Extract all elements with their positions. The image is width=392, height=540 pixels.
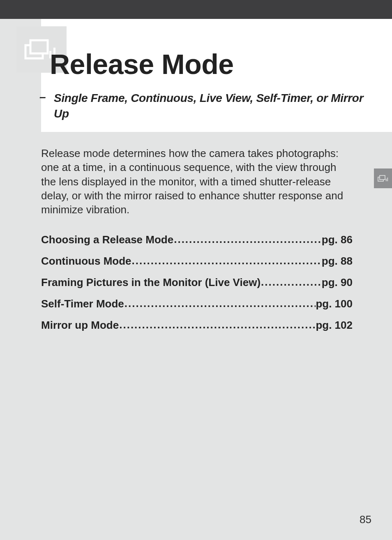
toc-entry: Choosing a Release Mode pg. 86	[41, 234, 353, 245]
toc-label: Framing Pictures in the Monitor (Live Vi…	[41, 277, 261, 288]
toc-leader-dots	[173, 234, 322, 245]
toc-label: Continuous Mode	[41, 256, 131, 266]
chapter-title: Release Mode	[50, 48, 234, 80]
table-of-contents: Choosing a Release Mode pg. 86 Continuou…	[41, 234, 353, 341]
svg-rect-6	[386, 179, 387, 181]
toc-page: pg. 100	[316, 298, 353, 309]
toc-page: pg. 90	[322, 277, 353, 288]
toc-entry: Mirror up Mode pg. 102	[41, 320, 353, 330]
toc-leader-dots	[119, 319, 316, 330]
toc-entry: Framing Pictures in the Monitor (Live Vi…	[41, 277, 353, 288]
header-bar	[0, 0, 392, 19]
subtitle-dash: –	[39, 90, 46, 104]
toc-page: pg. 88	[322, 256, 353, 266]
continuous-frames-icon	[377, 174, 389, 183]
toc-leader-dots	[124, 298, 316, 309]
chapter-subtitle-row: – Single Frame, Continuous, Live View, S…	[39, 90, 367, 122]
chapter-intro-paragraph: Release mode determines how the camera t…	[41, 146, 353, 217]
side-thumb-tab	[374, 168, 392, 188]
svg-rect-7	[387, 178, 388, 181]
toc-entry: Continuous Mode pg. 88	[41, 256, 353, 266]
toc-label: Choosing a Release Mode	[41, 234, 173, 245]
toc-entry: Self-Timer Mode pg. 100	[41, 298, 353, 309]
toc-page: pg. 86	[322, 234, 353, 245]
page-number: 85	[360, 513, 371, 526]
toc-label: Mirror up Mode	[41, 320, 119, 330]
chapter-subtitle: Single Frame, Continuous, Live View, Sel…	[54, 90, 367, 122]
toc-page: pg. 102	[316, 320, 353, 330]
svg-rect-1	[30, 40, 48, 53]
toc-leader-dots	[131, 255, 322, 266]
svg-rect-5	[380, 175, 385, 180]
toc-label: Self-Timer Mode	[41, 298, 124, 309]
toc-leader-dots	[261, 277, 322, 287]
